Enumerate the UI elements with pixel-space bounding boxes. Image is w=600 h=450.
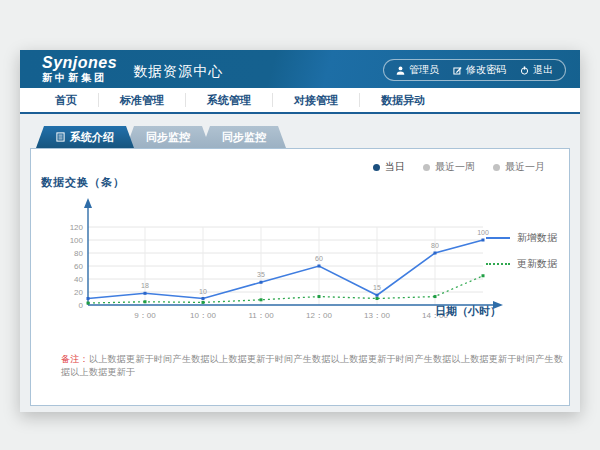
footnote-text: 以上数据更新于时间产生数据以上数据更新于时间产生数据以上数据更新于时间产生数据以… [61, 354, 563, 377]
range-filter: 当日最近一周最近一月 [373, 160, 545, 174]
radio-icon [423, 164, 430, 171]
brand-logo: Synjones 新中新集团 [42, 55, 117, 83]
footnote: 备注：以上数据更新于时间产生数据以上数据更新于时间产生数据以上数据更新于时间产生… [61, 353, 569, 379]
edit-icon [453, 66, 462, 75]
legend-label: 新增数据 [517, 231, 557, 245]
brand-logo-text: Synjones [42, 55, 117, 71]
content-area: 系统介绍同步监控同步监控 当日最近一周最近一月 数据交换（条） 02040608… [20, 126, 580, 406]
app-window: Synjones 新中新集团 数据资源中心 管理员修改密码退出 首页标准管理系统… [20, 50, 580, 412]
legend-line-sample [486, 237, 510, 239]
legend-item-1: 更新数据 [486, 257, 557, 271]
user-toolbar-label: 管理员 [409, 63, 439, 77]
legend-line-sample [486, 263, 510, 265]
svg-text:100: 100 [70, 236, 84, 245]
chart-panel: 当日最近一周最近一月 数据交换（条） 0204060801001209：0010… [30, 148, 570, 406]
x-axis-title: 日期（小时） [435, 304, 501, 319]
user-toolbar: 管理员修改密码退出 [383, 59, 566, 81]
legend-label: 更新数据 [517, 257, 557, 271]
tab-label: 同步监控 [146, 126, 190, 148]
tab-label: 系统介绍 [70, 126, 114, 148]
app-title: 数据资源中心 [133, 63, 223, 81]
range-option-2[interactable]: 最近一月 [493, 160, 545, 174]
svg-text:9：00: 9：00 [134, 311, 156, 320]
main-nav: 首页标准管理系统管理对接管理数据异动 [20, 88, 580, 114]
nav-item-4[interactable]: 数据异动 [360, 93, 446, 107]
range-option-label: 当日 [385, 160, 405, 174]
tab-0[interactable]: 系统介绍 [36, 126, 134, 148]
user-toolbar-item-0[interactable]: 管理员 [396, 63, 439, 77]
svg-text:40: 40 [74, 275, 83, 284]
nav-item-1[interactable]: 标准管理 [99, 93, 186, 107]
svg-text:80: 80 [431, 242, 439, 249]
header: Synjones 新中新集团 数据资源中心 管理员修改密码退出 [20, 50, 580, 88]
svg-text:80: 80 [74, 249, 83, 258]
tab-2[interactable]: 同步监控 [202, 126, 286, 148]
svg-text:60: 60 [315, 255, 323, 262]
user-toolbar-label: 退出 [533, 63, 553, 77]
tab-bar: 系统介绍同步监控同步监控 [36, 126, 580, 148]
logout-icon [520, 66, 529, 75]
svg-text:0: 0 [79, 301, 84, 310]
brand-logo-subtext: 新中新集团 [42, 73, 117, 83]
svg-text:18: 18 [141, 282, 149, 289]
nav-item-3[interactable]: 对接管理 [273, 93, 360, 107]
nav-item-2[interactable]: 系统管理 [186, 93, 273, 107]
range-option-label: 最近一周 [435, 160, 475, 174]
radio-icon [373, 164, 380, 171]
svg-text:11：00: 11：00 [248, 311, 274, 320]
radio-icon [493, 164, 500, 171]
legend-item-0: 新增数据 [486, 231, 557, 245]
svg-text:35: 35 [257, 271, 265, 278]
svg-text:13：00: 13：00 [364, 311, 390, 320]
svg-text:10：00: 10：00 [190, 311, 216, 320]
user-toolbar-item-2[interactable]: 退出 [520, 63, 553, 77]
user-toolbar-item-1[interactable]: 修改密码 [453, 63, 506, 77]
user-icon [396, 66, 405, 75]
user-toolbar-label: 修改密码 [466, 63, 506, 77]
svg-text:60: 60 [74, 262, 83, 271]
range-option-0[interactable]: 当日 [373, 160, 405, 174]
tab-label: 同步监控 [222, 126, 266, 148]
range-option-1[interactable]: 最近一周 [423, 160, 475, 174]
svg-text:12：00: 12：00 [306, 311, 332, 320]
doc-icon [56, 132, 65, 142]
svg-text:10: 10 [199, 288, 207, 295]
svg-text:20: 20 [74, 288, 83, 297]
range-option-label: 最近一月 [505, 160, 545, 174]
svg-text:120: 120 [70, 223, 84, 232]
footnote-prefix: 备注： [61, 354, 89, 364]
y-axis-title: 数据交换（条） [41, 175, 125, 190]
nav-item-0[interactable]: 首页 [34, 93, 99, 107]
svg-text:15: 15 [373, 284, 381, 291]
chart-legend: 新增数据更新数据 [486, 231, 557, 271]
tab-1[interactable]: 同步监控 [126, 126, 210, 148]
